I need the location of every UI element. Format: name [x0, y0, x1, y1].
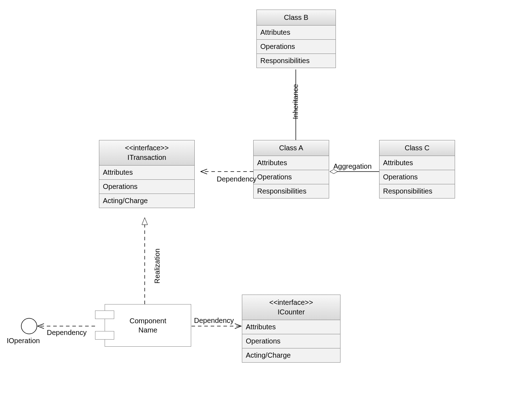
class-compartment: Operations — [254, 170, 329, 184]
edge-label-dependency: Dependency — [47, 329, 87, 337]
component-name-line2: Name — [138, 326, 157, 334]
class-header: <<interface>> ICounter — [242, 295, 340, 320]
class-compartment: Acting/Charge — [99, 194, 194, 208]
edge-label-aggregation: Aggregation — [333, 162, 372, 170]
class-box-itransaction: <<interface>> ITransaction Attributes Op… — [99, 140, 195, 208]
class-compartment: Responsibilities — [257, 54, 336, 68]
class-header: Class C — [379, 140, 455, 156]
class-header: <<interface>> ITransaction — [99, 140, 194, 166]
class-compartment: Acting/Charge — [242, 348, 340, 362]
class-title: ITransaction — [101, 153, 192, 162]
class-box-classA: Class A Attributes Operations Responsibi… — [253, 140, 329, 198]
edge-label-dependency: Dependency — [217, 175, 256, 183]
class-title: Class B — [259, 13, 333, 22]
class-box-classC: Class C Attributes Operations Responsibi… — [379, 140, 455, 198]
class-compartment: Operations — [99, 180, 194, 194]
class-header: Class B — [257, 10, 336, 26]
class-title: Class A — [256, 143, 327, 153]
class-compartment: Responsibilities — [254, 184, 329, 198]
stereotype-label: <<interface>> — [101, 143, 192, 153]
class-box-icounter: <<interface>> ICounter Attributes Operat… — [242, 295, 340, 363]
class-compartment: Operations — [379, 170, 455, 184]
component-name: Component Name — [129, 316, 166, 335]
class-box-classB: Class B Attributes Operations Responsibi… — [256, 10, 336, 68]
class-compartment: Operations — [257, 40, 336, 54]
edge-label-realization: Realization — [153, 248, 161, 284]
class-compartment: Responsibilities — [379, 184, 455, 198]
edge-label-dependency: Dependency — [194, 317, 234, 325]
component-name-line1: Component — [129, 317, 166, 325]
class-compartment: Operations — [242, 334, 340, 348]
class-title: Class C — [382, 143, 453, 153]
class-compartment: Attributes — [242, 320, 340, 334]
class-compartment: Attributes — [254, 156, 329, 170]
lollipop-circle-icon — [21, 318, 37, 334]
component-box: Component Name — [105, 304, 191, 347]
component-port — [95, 331, 114, 340]
class-compartment: Attributes — [379, 156, 455, 170]
edge-label-inheritance: Inheritance — [292, 84, 300, 119]
class-compartment: Attributes — [99, 166, 194, 180]
class-header: Class A — [254, 140, 329, 156]
class-compartment: Attributes — [257, 26, 336, 40]
component-port — [95, 311, 114, 319]
lollipop-label: IOperation — [7, 337, 40, 345]
stereotype-label: <<interface>> — [244, 298, 338, 307]
class-title: ICounter — [244, 307, 338, 317]
